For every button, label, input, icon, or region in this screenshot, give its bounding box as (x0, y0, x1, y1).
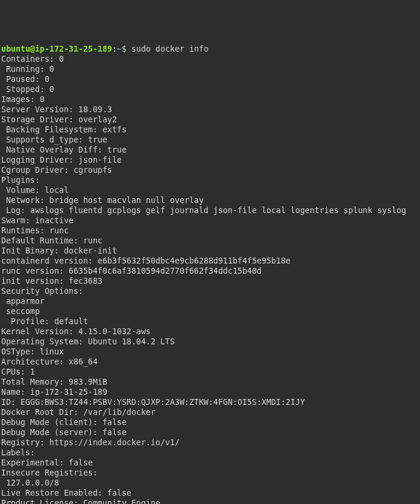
prompt-path: ~ (117, 44, 122, 53)
output-line: Default Runtime: runc (1, 236, 103, 245)
output-line: runc version: 6635b4f0c6af3810594d2770f6… (1, 266, 262, 275)
output-line: Product License: Community Engine (1, 498, 160, 504)
output-line: Total Memory: 983.9MiB (1, 377, 107, 386)
output-line: Insecure Registries: (1, 468, 98, 477)
prompt-line-1: ubuntu@ip-172-31-25-189:~$ sudo docker i… (1, 44, 209, 53)
output-line: Architecture: x86_64 (1, 357, 98, 366)
output-line: Runtimes: runc (1, 226, 69, 235)
output-line: 127.0.0.0/8 (1, 478, 59, 487)
output-line: ID: EGGG:BWS3:TZ44:PSBV:YSRD:QJXP:2A3W:Z… (1, 397, 305, 407)
prompt-dollar: $ (122, 44, 131, 53)
output-line: Stopped: 0 (1, 84, 54, 94)
output-line: Storage Driver: overlay2 (1, 115, 117, 124)
output-line: Experimental: false (1, 458, 93, 467)
command-text: sudo docker info (131, 44, 208, 53)
output-line: Containers: 0 (1, 54, 64, 64)
output-line: Server Version: 18.09.3 (1, 104, 112, 114)
output-line: Running: 0 (1, 64, 54, 74)
output-line: Images: 0 (1, 94, 44, 104)
terminal[interactable]: ubuntu@ip-172-31-25-189:~$ sudo docker i… (1, 44, 419, 504)
output-line: seccomp (1, 306, 40, 316)
output-line: OSType: linux (1, 347, 64, 356)
output-line: Init Binary: docker-init (1, 246, 117, 255)
output-line: Logging Driver: json-file (1, 155, 122, 164)
output-line: apparmor (1, 296, 44, 306)
output-line: Debug Mode (server): false (1, 427, 126, 437)
output-line: CPUs: 1 (1, 367, 35, 376)
output-line: init version: fec3683 (1, 276, 103, 286)
output-line: Network: bridge host macvlan null overla… (1, 195, 203, 205)
output-line: Labels: (1, 448, 35, 457)
output-line: Live Restore Enabled: false (1, 488, 131, 497)
output-line: Debug Mode (client): false (1, 417, 126, 427)
output-line: Supports d_type: true (1, 135, 107, 144)
output-line: Operating System: Ubuntu 18.04.2 LTS (1, 337, 175, 346)
output-line: Name: ip-172-31-25-189 (1, 387, 107, 397)
output-line: Paused: 0 (1, 74, 49, 84)
prompt-user-host: ubuntu@ip-172-31-25-189 (1, 44, 112, 53)
output-line: Security Options: (1, 286, 83, 296)
output-line: Native Overlay Diff: true (1, 145, 126, 154)
output-line: Plugins: (1, 175, 40, 185)
output-line: Volume: local (1, 185, 69, 195)
output-line: Docker Root Dir: /var/lib/docker (1, 407, 155, 417)
output-line: Swarm: inactive (1, 215, 74, 225)
output-line: Registry: https://index.docker.io/v1/ (1, 438, 180, 447)
output-line: Profile: default (1, 316, 88, 326)
output-line: Kernel Version: 4.15.0-1032-aws (1, 327, 151, 336)
output-line: Cgroup Driver: cgroupfs (1, 165, 112, 175)
output-line: Log: awslogs fluentd gcplogs gelf journa… (1, 205, 406, 215)
prompt-colon: : (112, 44, 117, 53)
output-line: containerd version: e6b3f5632f50dbc4e9cb… (1, 256, 291, 265)
output-line: Backing Filesystem: extfs (1, 125, 126, 134)
